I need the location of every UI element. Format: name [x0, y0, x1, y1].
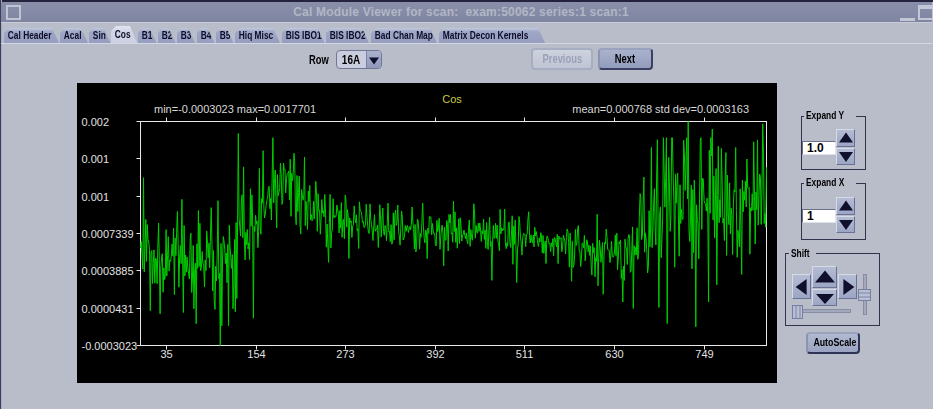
svg-text:0.0000431: 0.0000431: [82, 303, 134, 315]
svg-text:Cos: Cos: [442, 93, 462, 105]
svg-text:630: 630: [605, 348, 623, 360]
svg-text:0.001: 0.001: [82, 153, 110, 165]
svg-text:749: 749: [695, 348, 713, 360]
svg-text:511: 511: [516, 348, 534, 360]
svg-text:392: 392: [426, 348, 444, 360]
svg-text:0.0003885: 0.0003885: [82, 265, 134, 277]
svg-text:0.002: 0.002: [82, 116, 110, 128]
svg-text:-0.0003023: -0.0003023: [82, 340, 138, 352]
svg-text:154: 154: [247, 348, 265, 360]
svg-text:273: 273: [336, 348, 354, 360]
svg-text:35: 35: [160, 348, 172, 360]
svg-text:min=-0.0003023 max=0.0017701: min=-0.0003023 max=0.0017701: [154, 103, 316, 115]
svg-text:mean=0.000768 std dev=0.000316: mean=0.000768 std dev=0.0003163: [572, 103, 749, 115]
svg-text:0.001: 0.001: [82, 191, 110, 203]
svg-text:0.0007339: 0.0007339: [82, 228, 134, 240]
